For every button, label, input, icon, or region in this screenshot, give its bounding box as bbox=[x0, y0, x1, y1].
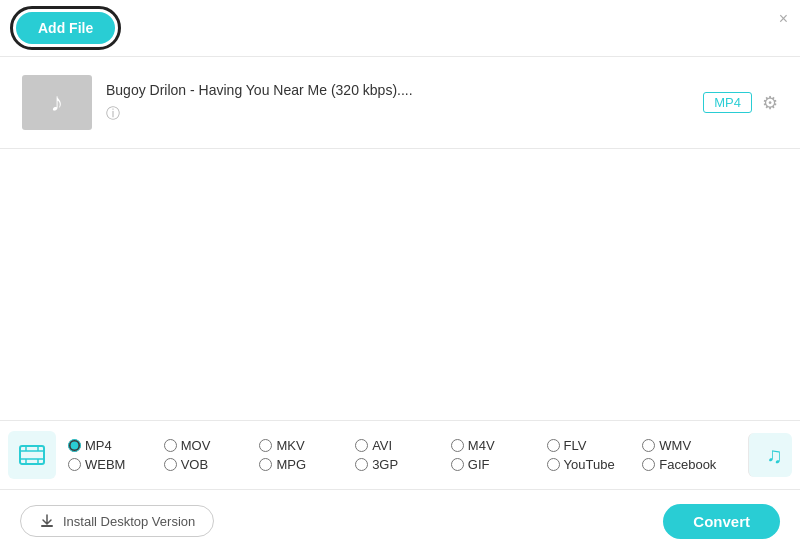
file-name: Bugoy Drilon - Having You Near Me (320 k… bbox=[106, 82, 703, 98]
format-option-facebook[interactable]: Facebook bbox=[642, 457, 738, 472]
install-desktop-button[interactable]: Install Desktop Version bbox=[20, 505, 214, 537]
music-icon-right: ♫ bbox=[763, 442, 789, 468]
format-label-youtube: YouTube bbox=[564, 457, 615, 472]
format-option-gif[interactable]: GIF bbox=[451, 457, 547, 472]
format-label-flv: FLV bbox=[564, 438, 587, 453]
file-thumbnail: ♪ bbox=[22, 75, 92, 130]
format-option-avi[interactable]: AVI bbox=[355, 438, 451, 453]
format-label-webm: WEBM bbox=[85, 457, 125, 472]
top-bar: Add File × bbox=[0, 0, 800, 57]
format-label-mp4: MP4 bbox=[85, 438, 112, 453]
action-bar: Install Desktop Version Convert bbox=[0, 492, 800, 550]
format-label-mpg: MPG bbox=[276, 457, 306, 472]
file-item: ♪ Bugoy Drilon - Having You Near Me (320… bbox=[16, 67, 784, 138]
format-label-gif: GIF bbox=[468, 457, 490, 472]
format-label-avi: AVI bbox=[372, 438, 392, 453]
format-label-facebook: Facebook bbox=[659, 457, 716, 472]
format-options: MP4 MOV MKV AVI M4V FLV WMV WEBM bbox=[68, 438, 738, 472]
format-label-mkv: MKV bbox=[276, 438, 304, 453]
video-format-icon bbox=[8, 431, 56, 479]
film-icon bbox=[18, 441, 46, 469]
format-option-webm[interactable]: WEBM bbox=[68, 457, 164, 472]
format-option-mkv[interactable]: MKV bbox=[259, 438, 355, 453]
content-area bbox=[0, 149, 800, 349]
format-label-vob: VOB bbox=[181, 457, 208, 472]
close-button[interactable]: × bbox=[779, 10, 788, 28]
format-bar: MP4 MOV MKV AVI M4V FLV WMV WEBM bbox=[0, 420, 800, 490]
convert-button[interactable]: Convert bbox=[663, 504, 780, 539]
svg-rect-8 bbox=[41, 525, 53, 527]
svg-rect-0 bbox=[20, 446, 44, 464]
file-list: ♪ Bugoy Drilon - Having You Near Me (320… bbox=[0, 57, 800, 149]
format-option-mpg[interactable]: MPG bbox=[259, 457, 355, 472]
music-note-icon: ♪ bbox=[51, 87, 64, 118]
format-option-mov[interactable]: MOV bbox=[164, 438, 260, 453]
download-icon bbox=[39, 513, 55, 529]
format-label-mov: MOV bbox=[181, 438, 211, 453]
add-file-button[interactable]: Add File bbox=[16, 12, 115, 44]
format-badge[interactable]: MP4 bbox=[703, 92, 752, 113]
format-option-flv[interactable]: FLV bbox=[547, 438, 643, 453]
format-label-wmv: WMV bbox=[659, 438, 691, 453]
format-option-vob[interactable]: VOB bbox=[164, 457, 260, 472]
format-option-3gp[interactable]: 3GP bbox=[355, 457, 451, 472]
settings-icon[interactable]: ⚙ bbox=[762, 92, 778, 114]
format-option-youtube[interactable]: YouTube bbox=[547, 457, 643, 472]
format-label-3gp: 3GP bbox=[372, 457, 398, 472]
music-format-icon: ♫ bbox=[748, 433, 792, 477]
format-option-m4v[interactable]: M4V bbox=[451, 438, 547, 453]
info-icon[interactable]: ⓘ bbox=[106, 105, 120, 121]
format-option-mp4[interactable]: MP4 bbox=[68, 438, 164, 453]
format-option-wmv[interactable]: WMV bbox=[642, 438, 738, 453]
file-actions: MP4 ⚙ bbox=[703, 92, 778, 114]
format-label-m4v: M4V bbox=[468, 438, 495, 453]
file-info: Bugoy Drilon - Having You Near Me (320 k… bbox=[106, 82, 703, 123]
install-label: Install Desktop Version bbox=[63, 514, 195, 529]
svg-text:♫: ♫ bbox=[766, 443, 783, 468]
